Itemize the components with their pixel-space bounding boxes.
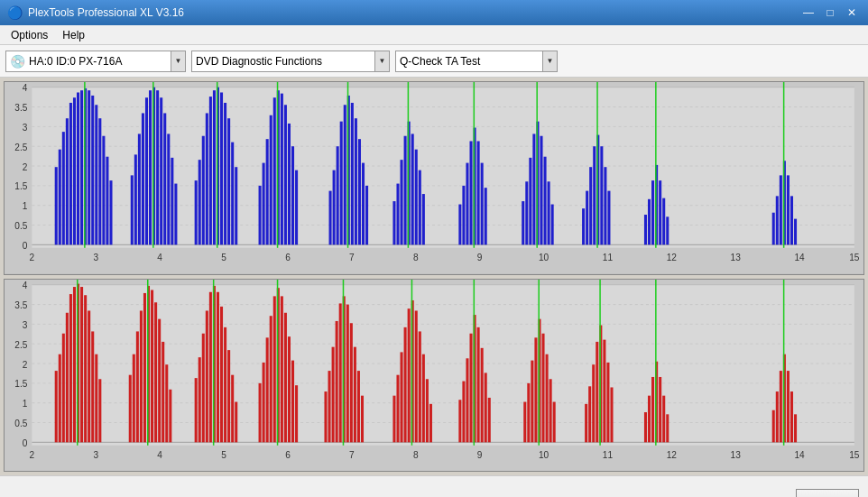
svg-rect-267 [462,381,465,442]
svg-rect-154 [794,219,797,245]
svg-rect-204 [129,374,132,442]
svg-rect-117 [477,141,480,244]
svg-rect-205 [133,354,135,442]
svg-text:7: 7 [349,251,355,262]
svg-rect-142 [651,180,654,244]
svg-text:14: 14 [794,447,804,459]
svg-rect-303 [772,410,775,442]
svg-rect-275 [474,280,476,446]
svg-rect-302 [655,280,657,446]
svg-rect-75 [231,143,234,245]
svg-rect-299 [659,376,661,441]
svg-rect-101 [347,82,349,248]
svg-rect-243 [328,371,331,442]
svg-rect-78 [259,186,262,244]
svg-rect-276 [523,401,526,442]
svg-rect-201 [95,354,97,442]
svg-rect-272 [481,347,484,442]
svg-text:15: 15 [849,251,859,262]
titlebar-controls[interactable]: — □ ✕ [799,5,861,20]
menu-help[interactable]: Help [55,27,92,43]
svg-text:5: 5 [221,447,226,459]
svg-text:14: 14 [794,251,804,262]
svg-rect-80 [266,139,269,244]
svg-rect-216 [147,280,149,446]
svg-text:1.5: 1.5 [14,180,27,192]
svg-text:2.5: 2.5 [14,141,27,152]
svg-rect-77 [217,82,218,248]
svg-text:3.5: 3.5 [14,299,27,310]
bottom-chart: 4 3.5 3 2.5 2 1.5 1 0.5 0 2 3 4 5 6 7 8 … [4,279,864,473]
svg-rect-76 [235,167,237,244]
svg-rect-104 [401,160,403,244]
svg-rect-287 [588,386,591,442]
svg-text:2.5: 2.5 [14,338,27,350]
test-selector[interactable]: Q-Check TA Test ▼ [395,51,558,72]
svg-text:0: 0 [23,239,28,251]
svg-text:4: 4 [157,251,162,262]
svg-rect-40 [77,92,79,244]
svg-rect-61 [167,133,170,244]
svg-rect-203 [77,280,78,446]
svg-rect-305 [780,371,782,442]
svg-rect-123 [529,158,531,244]
svg-rect-301 [666,414,669,442]
svg-rect-46 [98,118,101,244]
svg-rect-129 [551,205,554,245]
svg-rect-51 [131,175,134,244]
menu-options[interactable]: Options [4,27,55,43]
svg-rect-36 [62,132,65,244]
svg-rect-238 [288,336,291,442]
svg-text:2: 2 [30,251,35,262]
svg-rect-194 [69,294,72,442]
test-combo-text: Q-Check TA Test [400,55,539,68]
svg-text:9: 9 [477,251,483,262]
svg-rect-213 [162,341,164,441]
svg-rect-245 [336,320,338,441]
svg-rect-260 [415,310,418,442]
svg-rect-140 [644,215,647,244]
svg-text:13: 13 [731,251,741,262]
drive-icon: 💿 [10,54,25,69]
svg-rect-229 [213,280,215,446]
svg-rect-82 [273,97,276,244]
minimize-button[interactable]: — [799,5,817,20]
svg-rect-126 [540,136,542,245]
svg-text:7: 7 [349,447,355,459]
svg-rect-248 [346,304,349,442]
start-button[interactable]: Start [796,489,859,498]
svg-rect-285 [538,280,540,446]
maximize-button[interactable]: □ [821,5,839,20]
svg-rect-37 [66,118,69,244]
svg-rect-44 [91,96,94,244]
svg-rect-242 [324,391,327,442]
svg-rect-146 [666,216,669,244]
svg-rect-136 [600,146,603,244]
svg-rect-288 [592,364,595,442]
svg-rect-274 [488,397,491,441]
svg-rect-217 [195,378,198,442]
svg-rect-202 [98,379,101,442]
svg-rect-133 [589,167,592,244]
svg-rect-263 [426,379,429,442]
svg-text:4: 4 [157,447,162,459]
svg-rect-66 [199,160,201,244]
svg-text:4: 4 [23,82,28,93]
svg-text:0: 0 [23,437,28,448]
svg-rect-69 [209,97,212,244]
svg-rect-214 [165,364,168,442]
svg-text:10: 10 [539,447,549,459]
svg-rect-47 [102,136,105,245]
svg-rect-234 [273,296,276,442]
function-selector[interactable]: DVD Diagnostic Functions ▼ [191,51,390,72]
svg-rect-155 [783,82,785,248]
svg-rect-240 [295,385,298,442]
close-button[interactable]: ✕ [843,5,861,20]
svg-rect-246 [339,303,342,442]
svg-rect-224 [220,306,223,441]
svg-rect-67 [202,136,205,245]
svg-text:10: 10 [539,251,549,262]
svg-rect-127 [544,157,547,245]
drive-selector[interactable]: 💿 HA:0 ID:0 PX-716A ▼ [5,51,186,72]
svg-rect-278 [531,360,533,442]
